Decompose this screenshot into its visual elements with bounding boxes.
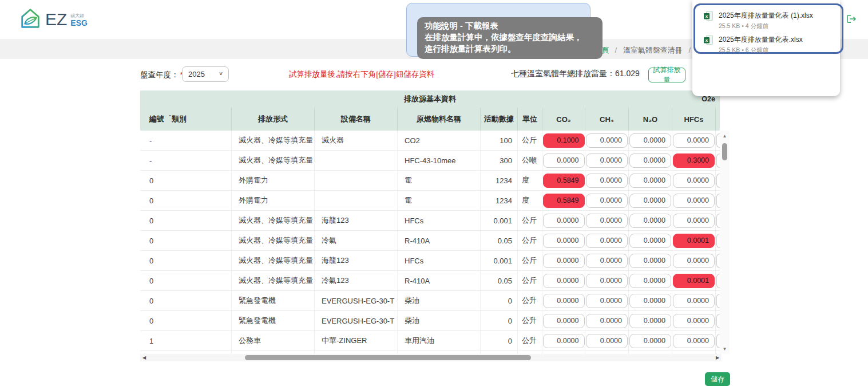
gas-value-hfcs[interactable]: 0.0000 bbox=[673, 133, 715, 148]
gas-value-n2o[interactable]: 0.0000 bbox=[629, 254, 671, 268]
logout-icon[interactable] bbox=[847, 14, 857, 26]
cell-hfcs: 0.0000 bbox=[672, 251, 716, 270]
gas-value-hfcs[interactable]: 0.0000 bbox=[673, 254, 715, 268]
vertical-scroll-thumb[interactable] bbox=[722, 143, 727, 160]
gas-value-co2[interactable]: 0.0000 bbox=[543, 274, 585, 288]
gas-value-ch4[interactable]: 0.0000 bbox=[586, 254, 628, 268]
inventory-year-select[interactable]: 2025 ∨ bbox=[182, 66, 229, 82]
clipped-next-column bbox=[716, 231, 720, 250]
gas-value-hfcs[interactable]: 0.0000 bbox=[673, 194, 715, 208]
cell-material: HFC-43-10mee bbox=[398, 151, 481, 170]
cell-device bbox=[315, 151, 398, 170]
gas-value-co2[interactable]: 0.5849 bbox=[543, 174, 585, 188]
cell-material: 電 bbox=[398, 191, 481, 210]
cell-unit: 公斤 bbox=[518, 231, 542, 250]
gas-value-co2[interactable]: 0.0000 bbox=[543, 334, 585, 348]
calculate-emission-button[interactable]: 試算排放量 bbox=[648, 68, 685, 82]
cell-form: 滅火器、冷媒等填充量 bbox=[232, 231, 315, 250]
table-row: 0滅火器、冷媒等填充量海龍123HFCs0.001公斤0.00000.00000… bbox=[140, 211, 720, 231]
inventory-year-value: 2025 bbox=[188, 70, 205, 78]
brand-logo[interactable]: EZ 碳大師 ESG bbox=[19, 7, 88, 32]
gas-value-ch4[interactable]: 0.0000 bbox=[586, 214, 628, 228]
cell-n2o: 0.0000 bbox=[629, 311, 672, 330]
gas-value-co2[interactable]: 0.0000 bbox=[543, 314, 585, 328]
gas-value-hfcs[interactable]: 0.0000 bbox=[673, 174, 715, 188]
sort-icon[interactable]: ˆ bbox=[169, 114, 171, 121]
gas-value-co2[interactable]: 0.0000 bbox=[543, 234, 585, 248]
cell-co2: 0.0000 bbox=[542, 311, 585, 330]
gas-value-n2o[interactable]: 0.0000 bbox=[629, 234, 671, 248]
breadcrumb-separator: / bbox=[688, 46, 691, 54]
cell-material: HFCs bbox=[398, 211, 481, 230]
cell-ch4: 0.0000 bbox=[585, 291, 629, 310]
cell-n2o: 0.0000 bbox=[629, 191, 672, 210]
gas-value-co2[interactable]: 0.0000 bbox=[543, 214, 585, 228]
gas-value-co2[interactable]: 0.5849 bbox=[543, 194, 585, 208]
tooltip-title: 功能說明 - 下載報表 bbox=[425, 20, 595, 31]
cell-activity: 0 bbox=[481, 331, 518, 350]
gas-value-n2o[interactable]: 0.0000 bbox=[629, 153, 671, 168]
scroll-down-icon[interactable]: ▼ bbox=[720, 345, 730, 353]
gas-value-hfcs[interactable]: 0.0001 bbox=[673, 234, 715, 248]
cell-no: 0 bbox=[140, 191, 232, 210]
cell-activity: 1234 bbox=[481, 171, 518, 190]
gas-value-hfcs[interactable]: 0.0001 bbox=[673, 274, 715, 288]
gas-value-hfcs[interactable]: 0.0000 bbox=[673, 314, 715, 328]
breadcrumb-separator: / bbox=[615, 46, 617, 54]
gas-value-hfcs[interactable]: 0.0000 bbox=[673, 214, 715, 228]
cell-unit: 公斤 bbox=[518, 271, 542, 290]
scroll-right-icon[interactable]: ▶ bbox=[714, 354, 721, 361]
table-row: 0滅火器、冷媒等填充量冷氣123R-410A0.05公斤0.00000.0000… bbox=[140, 271, 720, 291]
gas-value-hfcs[interactable]: 0.3000 bbox=[673, 153, 715, 168]
scroll-up-icon[interactable]: ▲ bbox=[720, 132, 730, 140]
gas-value-n2o[interactable]: 0.0000 bbox=[629, 294, 671, 308]
scroll-left-icon[interactable]: ◀ bbox=[141, 354, 148, 361]
gas-value-ch4[interactable]: 0.0000 bbox=[586, 294, 628, 308]
gas-value-n2o[interactable]: 0.0000 bbox=[629, 174, 671, 188]
gas-value-ch4[interactable]: 0.0000 bbox=[586, 133, 628, 148]
gas-value-n2o[interactable]: 0.0000 bbox=[629, 334, 671, 348]
gas-value-ch4[interactable]: 0.0000 bbox=[586, 314, 628, 328]
gas-value-n2o[interactable]: 0.0000 bbox=[629, 314, 671, 328]
cell-material: R-410A bbox=[398, 271, 481, 290]
gas-value-ch4[interactable]: 0.0000 bbox=[586, 234, 628, 248]
gas-value-n2o[interactable]: 0.0000 bbox=[629, 214, 671, 228]
horizontal-scroll-thumb[interactable] bbox=[245, 355, 531, 360]
inventory-year-label: 盤查年度：* bbox=[140, 70, 183, 80]
cell-no: 0 bbox=[140, 251, 232, 270]
gas-value-n2o[interactable]: 0.0000 bbox=[629, 274, 671, 288]
cell-n2o: 0.0000 bbox=[629, 151, 672, 170]
download-item[interactable]: x 2025年度排放量量化表 (1).xlsx 25.5 KB • 4 分鐘前 bbox=[701, 9, 842, 33]
horizontal-scrollbar[interactable]: ◀ ▶ bbox=[140, 354, 722, 361]
gas-value-hfcs[interactable]: 0.0000 bbox=[673, 294, 715, 308]
gas-value-ch4[interactable]: 0.0000 bbox=[586, 334, 628, 348]
gas-value-co2[interactable]: 0.1000 bbox=[543, 133, 585, 148]
gas-value-ch4[interactable]: 0.0000 bbox=[586, 274, 628, 288]
cell-unit: 公斤 bbox=[518, 131, 542, 150]
vertical-scrollbar[interactable]: ▲ ▼ bbox=[720, 131, 730, 354]
cell-device: 冷氣 bbox=[315, 231, 398, 250]
download-item[interactable]: x 2025年度排放量量化表.xlsx 25.5 KB • 6 分鐘前 bbox=[701, 33, 842, 57]
gas-value-ch4[interactable]: 0.0000 bbox=[586, 174, 628, 188]
gas-value-hfcs[interactable]: 0.0000 bbox=[673, 334, 715, 348]
save-button[interactable]: 儲存 bbox=[705, 372, 730, 386]
cell-device: EVERGUSH-EG-30-T bbox=[315, 311, 398, 330]
gas-value-n2o[interactable]: 0.0000 bbox=[629, 133, 671, 148]
cell-unit: 度 bbox=[518, 171, 542, 190]
cell-n2o: 0.0000 bbox=[629, 131, 672, 150]
gas-value-ch4[interactable]: 0.0000 bbox=[586, 194, 628, 208]
cell-ch4: 0.0000 bbox=[585, 191, 629, 210]
cell-unit: 公斤 bbox=[518, 211, 542, 230]
gas-value-co2[interactable]: 0.0000 bbox=[543, 294, 585, 308]
cell-no: - bbox=[140, 131, 232, 150]
cell-n2o: 0.0000 bbox=[629, 211, 672, 230]
cell-device: 冷氣123 bbox=[315, 271, 398, 290]
gas-value-co2[interactable]: 0.0000 bbox=[543, 254, 585, 268]
gas-value-ch4[interactable]: 0.0000 bbox=[586, 153, 628, 168]
cell-hfcs: 0.0000 bbox=[672, 131, 716, 150]
cell-co2: 0.0000 bbox=[542, 151, 585, 170]
gas-value-co2[interactable]: 0.0000 bbox=[543, 153, 585, 168]
gas-value-n2o[interactable]: 0.0000 bbox=[629, 194, 671, 208]
table-row: 0滅火器、冷媒等填充量冷氣R-410A0.05公斤0.00000.00000.0… bbox=[140, 231, 720, 251]
cell-hfcs: 0.0001 bbox=[672, 271, 716, 290]
